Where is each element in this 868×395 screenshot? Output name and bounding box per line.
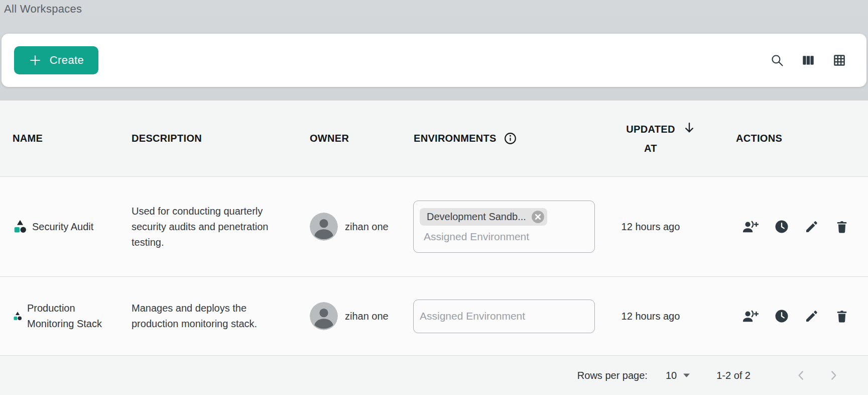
sort-descending-icon[interactable] (682, 121, 696, 135)
column-header-name: NAME (13, 133, 43, 144)
history-icon[interactable] (774, 219, 789, 234)
toolbar: Create (2, 34, 866, 87)
environment-chip-label: Development Sandb... (427, 209, 526, 225)
columns-view-icon[interactable] (801, 53, 815, 67)
workspaces-table: NAME DESCRIPTION OWNER ENVIRONMENTS UPDA… (0, 101, 868, 395)
owner-avatar (310, 302, 338, 330)
table-row: Production Monitoring Stack Manages and … (0, 277, 868, 356)
add-user-icon[interactable] (742, 219, 759, 234)
assigned-environment-input[interactable]: Development Sandb... Assigned Environmen… (413, 201, 595, 253)
updated-at-line1: UPDATED (626, 124, 675, 135)
environment-placeholder: Assigned Environment (424, 229, 588, 245)
edit-icon[interactable] (804, 219, 819, 234)
caret-down-icon (683, 373, 690, 378)
column-header-actions: ACTIONS (736, 133, 782, 144)
rows-per-page-value: 10 (666, 370, 677, 381)
search-icon[interactable] (770, 53, 784, 67)
owner-name: zihan one (345, 219, 389, 235)
chip-close-icon[interactable] (531, 210, 545, 224)
info-icon[interactable] (504, 132, 517, 145)
edit-icon[interactable] (804, 309, 819, 324)
column-header-description: DESCRIPTION (132, 133, 202, 144)
workspace-description: Manages and deploys the production monit… (132, 301, 280, 332)
history-icon[interactable] (774, 309, 789, 324)
pagination-range: 1-2 of 2 (716, 370, 751, 381)
environment-chip[interactable]: Development Sandb... (420, 208, 547, 226)
workspaces-page: All Workspaces Create NAME DESCRIPTION O… (0, 0, 868, 395)
workspace-category-icon (13, 311, 23, 322)
previous-page-icon[interactable] (795, 369, 808, 382)
table-row: Security Audit Used for conducting quart… (0, 177, 868, 277)
create-button[interactable]: Create (14, 46, 98, 74)
plus-icon (29, 54, 42, 67)
updated-at-value: 12 hours ago (622, 309, 680, 324)
page-title: All Workspaces (4, 3, 82, 16)
workspace-name: Security Audit (32, 219, 93, 235)
workspace-description: Used for conducting quarterly security a… (132, 204, 280, 250)
table-header-row: NAME DESCRIPTION OWNER ENVIRONMENTS UPDA… (0, 101, 868, 177)
owner-avatar (310, 213, 338, 241)
next-page-icon[interactable] (827, 369, 840, 382)
updated-at-line2: AT (644, 139, 657, 158)
rows-per-page-label: Rows per page: (577, 370, 648, 381)
table-pagination: Rows per page: 10 1-2 of 2 (0, 356, 868, 395)
column-header-environments: ENVIRONMENTS (414, 133, 497, 144)
grid-view-icon[interactable] (832, 53, 846, 67)
rows-per-page-select[interactable]: 10 (666, 370, 690, 381)
environment-placeholder: Assigned Environment (420, 308, 525, 325)
add-user-icon[interactable] (742, 309, 759, 324)
column-header-updated-at[interactable]: UPDATED AT (626, 120, 675, 158)
workspace-name: Production Monitoring Stack (27, 301, 107, 332)
column-header-owner: OWNER (310, 133, 349, 144)
assigned-environment-input[interactable]: Assigned Environment (413, 300, 595, 333)
delete-icon[interactable] (834, 219, 849, 234)
updated-at-value: 12 hours ago (622, 219, 680, 235)
delete-icon[interactable] (834, 309, 849, 324)
toolbar-icons (770, 53, 846, 67)
create-button-label: Create (50, 54, 84, 67)
workspace-category-icon (13, 219, 28, 235)
owner-name: zihan one (345, 309, 389, 324)
